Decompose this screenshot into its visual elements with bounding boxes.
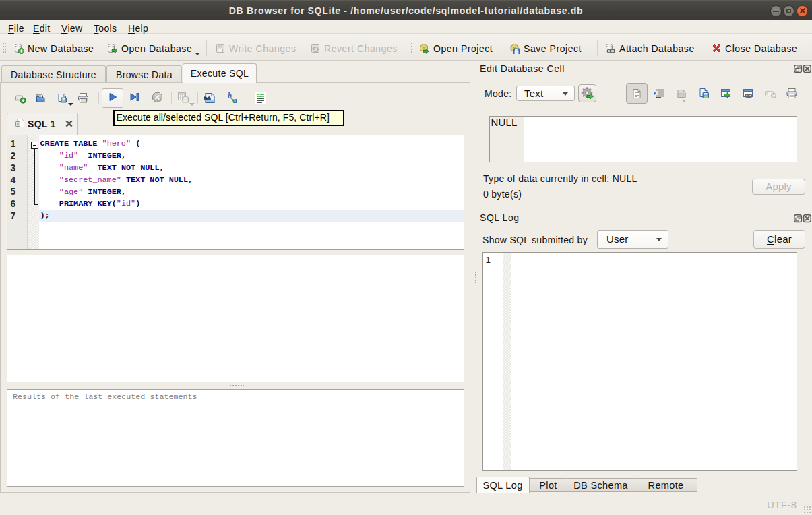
svg-text:b: b [228,92,232,100]
svg-text:a: a [233,94,238,104]
